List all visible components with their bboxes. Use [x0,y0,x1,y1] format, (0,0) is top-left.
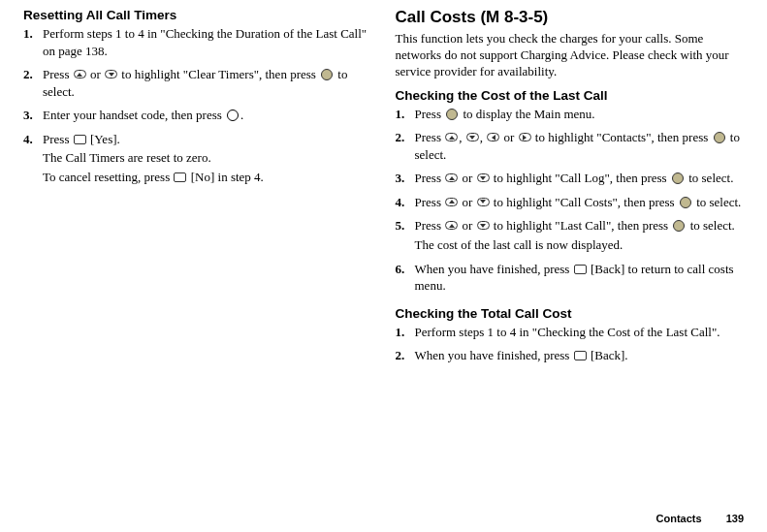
list-item: Press or to highlight "Call Costs", then… [396,194,745,211]
step-text: , [480,130,487,144]
down-arrow-icon [477,173,490,182]
step-text: to highlight "Last Call", then press [491,218,672,233]
step-text: to highlight "Call Costs", then press [491,195,678,209]
list-item: When you have finished, press [Back]. [396,347,745,364]
step-text: When you have finished, press [415,348,573,362]
section2-steps: Perform steps 1 to 4 in "Checking the Co… [396,324,745,364]
step-text: , [459,130,465,144]
step-text: to highlight "Contacts", then press [532,130,712,144]
up-arrow-icon [445,173,458,182]
step-text: Perform steps 1 to 4 in "Checking the Co… [415,325,720,339]
section2-heading: Checking the Total Call Cost [396,306,745,321]
step-text: Press [415,107,445,121]
footer-label: Contacts [656,513,702,524]
center-button-icon [714,132,725,143]
list-item: Perform steps 1 to 4 in "Checking the Du… [23,25,372,59]
page-content: Resetting All Call Timers Perform steps … [0,0,767,371]
intro-text: This function lets you check the charges… [396,31,745,80]
step-text: to select. [687,218,734,233]
step-text: Press [415,195,445,209]
right-arrow-icon [519,133,531,141]
right-heading: Call Costs (M 8-3-5) [396,8,745,27]
step-text: . [240,108,243,122]
page-footer: Contacts 139 [656,513,744,524]
step-text: Press [43,132,73,146]
step-text: to select. [693,195,741,209]
list-item: Press or to highlight "Last Call", then … [396,217,745,253]
list-item: Enter your handset code, then press . [23,107,372,124]
sub-text: The cost of the last call is now display… [415,236,745,254]
step-text: Press [43,67,73,81]
up-arrow-icon [445,221,458,230]
list-item: Press , , or to highlight "Contacts", th… [396,129,745,163]
center-button-icon [227,110,239,121]
down-arrow-icon [477,198,490,206]
softkey-icon [574,265,587,274]
up-arrow-icon [74,70,86,78]
step-text: or [459,171,475,185]
list-item: Press [Yes]. The Call Timers are reset t… [23,131,372,186]
left-heading: Resetting All Call Timers [23,8,372,22]
step-text: Press [415,218,445,233]
center-button-icon [673,220,685,232]
list-item: Press or to highlight "Clear Timers", th… [23,66,372,100]
step-text: to highlight "Clear Timers", then press [118,67,319,81]
softkey-icon [74,135,86,144]
heading-text: Call Costs [396,8,476,26]
section-code: (M 8-3-5) [480,8,548,26]
step-text: [Back]. [588,348,628,362]
up-arrow-icon [445,198,458,206]
down-arrow-icon [105,70,117,78]
page-number: 139 [726,513,744,524]
step-text: Perform steps 1 to 4 in "Checking the Du… [43,26,367,58]
list-item: Press or to highlight "Call Log", then p… [396,170,745,187]
right-column: Call Costs (M 8-3-5) This function lets … [384,8,745,371]
step-text: Press [415,171,445,185]
center-button-icon [446,109,458,120]
step-text: Enter your handset code, then press [43,108,225,122]
step-text: or [500,130,517,144]
left-steps: Perform steps 1 to 4 in "Checking the Du… [23,25,372,185]
list-item: Press to display the Main menu. [396,106,745,123]
step-text: [Yes]. [87,132,120,146]
left-column: Resetting All Call Timers Perform steps … [23,8,384,371]
down-arrow-icon [466,133,479,141]
center-button-icon [321,69,333,80]
center-button-icon [680,197,691,208]
step-text: or [87,67,104,81]
section1-steps: Press to display the Main menu. Press , … [396,106,745,295]
step-text: or [459,218,475,233]
step-text: or [459,195,475,209]
step-text: Press [415,130,445,144]
list-item: Perform steps 1 to 4 in "Checking the Co… [396,324,745,341]
up-arrow-icon [445,133,458,141]
softkey-icon [174,172,186,182]
center-button-icon [672,172,684,184]
section1-heading: Checking the Cost of the Last Call [396,88,745,103]
down-arrow-icon [477,221,490,230]
step-text: to select. [686,171,733,185]
step-text: to highlight "Call Log", then press [491,171,670,185]
list-item: When you have finished, press [Back] to … [396,261,745,295]
softkey-icon [574,351,587,360]
step-text: [No] in step 4. [187,170,263,184]
left-arrow-icon [487,133,499,141]
sub-text: To cancel resetting, press [No] in step … [43,169,372,186]
sub-text: The Call Timers are reset to zero. [43,149,372,167]
step-text: When you have finished, press [415,262,573,276]
step-text: To cancel resetting, press [43,170,173,184]
step-text: to display the Main menu. [460,107,594,121]
